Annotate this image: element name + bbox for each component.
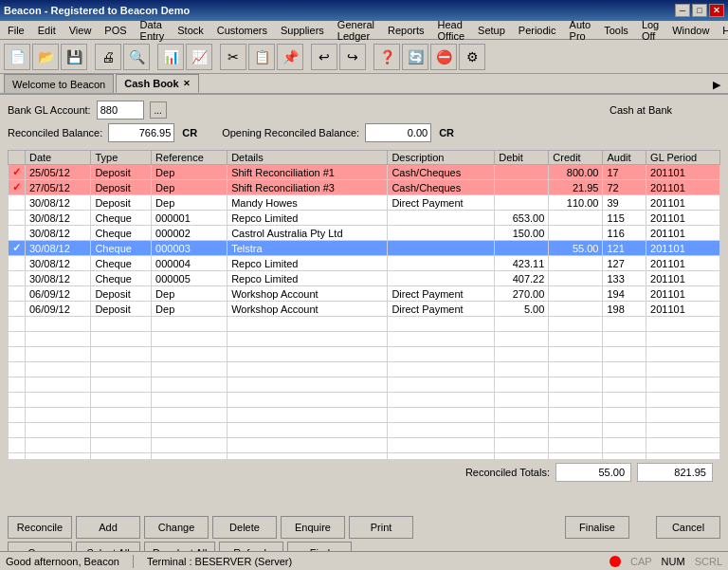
paste-btn[interactable]: 📌	[277, 44, 303, 70]
undo-btn[interactable]: ↩	[311, 44, 337, 70]
finalise-button[interactable]: Finalise	[565, 516, 629, 539]
preview-btn[interactable]: 🔍	[123, 44, 150, 70]
stop-btn[interactable]: ⛔	[430, 44, 457, 70]
open-btn[interactable]: 📂	[32, 44, 59, 70]
reconcile-button[interactable]: Reconcile	[8, 516, 72, 539]
content-area: Bank GL Account: ... Cash at Bank Reconc…	[0, 95, 728, 570]
change-button[interactable]: Change	[144, 516, 209, 539]
cancel-button[interactable]: Cancel	[656, 516, 720, 539]
tab-cashbook[interactable]: Cash Book ✕	[116, 74, 198, 93]
enquire-button[interactable]: Enquire	[281, 516, 345, 539]
empty-cell	[26, 423, 91, 438]
menu-item-file[interactable]: File	[2, 23, 30, 38]
chart-btn[interactable]: 📊	[157, 44, 184, 70]
table-row[interactable]: ✓ 25/05/12 Deposit Dep Shift Reconciliat…	[9, 165, 720, 180]
reconciled-balance-input[interactable]	[108, 123, 174, 142]
print-action-button[interactable]: Print	[349, 516, 413, 539]
tab-cashbook-label: Cash Book	[124, 78, 178, 89]
bank-gl-input[interactable]	[97, 101, 144, 120]
menu-item-log-off[interactable]: Log Off	[636, 17, 664, 44]
empty-cell	[646, 332, 720, 347]
row-description	[388, 211, 495, 226]
new-btn[interactable]: 📄	[4, 44, 30, 70]
empty-cell	[388, 393, 495, 408]
row-tick	[9, 211, 26, 226]
empty-cell	[388, 362, 495, 377]
add-button[interactable]: Add	[76, 516, 140, 539]
redo-btn[interactable]: ↪	[339, 44, 366, 70]
empty-cell	[91, 332, 152, 347]
tab-welcome[interactable]: Welcome to Beacon	[4, 74, 114, 93]
menu-item-periodic[interactable]: Periodic	[513, 23, 562, 38]
save-btn[interactable]: 💾	[61, 44, 87, 70]
menu-item-customers[interactable]: Customers	[211, 23, 273, 38]
tab-cashbook-close[interactable]: ✕	[183, 79, 191, 88]
chart2-btn[interactable]: 📈	[186, 44, 212, 70]
table-row-empty	[9, 317, 720, 332]
bank-gl-search-btn[interactable]: ...	[150, 101, 167, 119]
empty-cell	[9, 408, 26, 423]
row-glperiod: 201101	[646, 195, 720, 211]
minimize-btn[interactable]: ─	[675, 4, 690, 17]
menu-item-auto-pro[interactable]: Auto Pro	[564, 17, 597, 44]
menu-item-stock[interactable]: Stock	[172, 23, 209, 38]
row-date: 30/08/12	[26, 241, 91, 256]
bank-name-display: Cash at Bank	[607, 101, 720, 120]
menu-item-data-entry[interactable]: Data Entry	[135, 17, 171, 44]
opening-balance-input[interactable]	[365, 123, 431, 142]
table-row[interactable]: 30/08/12 Cheque 000002 Castrol Australia…	[9, 226, 720, 241]
empty-cell	[549, 332, 603, 347]
close-btn[interactable]: ✕	[709, 4, 724, 17]
empty-cell	[91, 423, 152, 438]
table-row[interactable]: 06/09/12 Deposit Dep Workshop Account Di…	[9, 302, 720, 317]
menu-item-setup[interactable]: Setup	[472, 23, 511, 38]
menu-item-window[interactable]: Window	[666, 23, 715, 38]
menu-item-edit[interactable]: Edit	[32, 23, 62, 38]
row-date: 30/08/12	[26, 271, 91, 286]
row-glperiod: 201101	[646, 302, 720, 317]
table-row[interactable]: 30/08/12 Cheque 000004 Repco Limited 423…	[9, 256, 720, 271]
menu-item-suppliers[interactable]: Suppliers	[275, 23, 330, 38]
empty-cell	[646, 362, 720, 377]
menu-item-pos[interactable]: POS	[99, 23, 132, 38]
menu-item-reports[interactable]: Reports	[382, 23, 430, 38]
row-date: 30/08/12	[26, 256, 91, 271]
status-bar: Good afternoon, Beacon Terminal : BESERV…	[0, 551, 728, 570]
refresh-toolbar-btn[interactable]: 🔄	[402, 44, 428, 70]
row-ref: 000005	[152, 271, 228, 286]
table-row[interactable]: ✓ 27/05/12 Deposit Dep Shift Reconciliat…	[9, 180, 720, 195]
cash-table: Date Type Reference Details Description …	[8, 150, 720, 459]
title-bar-controls[interactable]: ─ □ ✕	[675, 4, 724, 17]
menu-item-help[interactable]: Help	[717, 23, 728, 38]
table-row[interactable]: 30/08/12 Cheque 000005 Repco Limited 407…	[9, 271, 720, 286]
row-glperiod: 201101	[646, 256, 720, 271]
empty-cell	[26, 408, 91, 423]
row-glperiod: 201101	[646, 165, 720, 180]
maximize-btn[interactable]: □	[692, 4, 707, 17]
menu-item-general-ledger[interactable]: General Ledger	[332, 17, 380, 44]
table-row[interactable]: 30/08/12 Cheque 000001 Repco Limited 653…	[9, 211, 720, 226]
empty-cell	[91, 347, 152, 362]
copy-btn[interactable]: 📋	[248, 44, 275, 70]
delete-button[interactable]: Delete	[212, 516, 277, 539]
empty-cell	[26, 377, 91, 393]
tab-nav-right[interactable]: ▶	[709, 77, 724, 93]
cut-btn[interactable]: ✂	[220, 44, 246, 70]
table-row[interactable]: 06/09/12 Deposit Dep Workshop Account Di…	[9, 286, 720, 302]
status-terminal: Terminal : BESERVER (Server)	[147, 556, 292, 567]
col-tick	[9, 151, 26, 165]
row-type: Deposit	[91, 180, 152, 195]
menu-item-tools[interactable]: Tools	[598, 23, 634, 38]
settings-btn[interactable]: ⚙	[459, 44, 485, 70]
empty-cell	[495, 408, 549, 423]
menu-item-view[interactable]: View	[64, 23, 98, 38]
table-row[interactable]: 30/08/12 Deposit Dep Mandy Howes Direct …	[9, 195, 720, 211]
print-btn[interactable]: 🖨	[95, 44, 121, 70]
empty-cell	[549, 408, 603, 423]
empty-cell	[26, 362, 91, 377]
help-btn[interactable]: ❓	[373, 44, 400, 70]
row-description	[388, 271, 495, 286]
table-row[interactable]: ✓ 30/08/12 Cheque 000003 Telstra 55.00 1…	[9, 241, 720, 256]
empty-cell	[549, 438, 603, 453]
menu-item-head-office[interactable]: Head Office	[432, 17, 471, 44]
